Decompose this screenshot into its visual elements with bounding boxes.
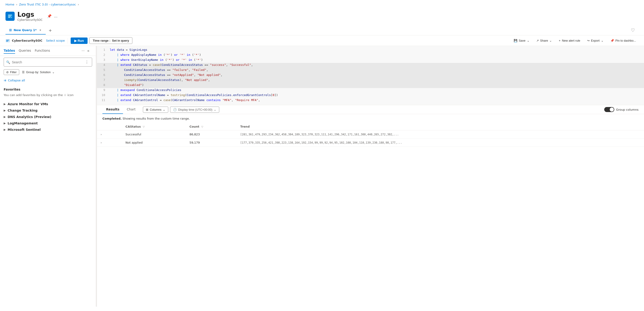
code-line: 7 isempty(ConditionalAccessStatus), "Not…	[97, 78, 644, 83]
results-tab-chart[interactable]: Chart	[123, 105, 139, 114]
export-button[interactable]: ↪ Export ⌄	[584, 37, 606, 44]
breadcrumb-home[interactable]: Home	[6, 3, 14, 6]
line-num: 6	[97, 73, 108, 77]
status-detail: Showing results from the custom time ran…	[122, 117, 190, 120]
cell-count: 59,179	[186, 138, 236, 147]
left-tab-functions[interactable]: Functions	[35, 48, 50, 54]
col-count: Count ▽	[186, 123, 236, 130]
cell-castatus: Successful	[122, 130, 186, 138]
save-button[interactable]: 💾 Save ⌄	[511, 37, 532, 44]
code-line: 4 | extend CAStatus = case(ConditionalAc…	[97, 63, 644, 68]
app-title: Logs	[17, 11, 42, 18]
app-title-group: Logs CyberSecuritySOC	[17, 11, 42, 22]
expand-chevron-icon: ▶	[4, 109, 6, 112]
expand-icon[interactable]: ›	[100, 141, 102, 144]
more-options-button[interactable]: ···	[81, 48, 86, 54]
section-label: Azure Monitor for VMs	[8, 102, 48, 106]
group-columns-label: Group columns	[616, 108, 638, 111]
pin-dashboard-icon: 📌	[610, 39, 614, 42]
main-layout: Tables Queries Functions ··· « 🔍 ⋮ ⊘ Fil…	[0, 46, 644, 307]
results-tab-results[interactable]: Results	[102, 105, 123, 114]
right-panel: 1 let data = SigninLogs 2 | where AppDis…	[97, 46, 644, 307]
columns-icon: ⊞	[146, 108, 148, 111]
section-log-management[interactable]: ▶ LogManagement	[4, 120, 92, 126]
select-scope-button[interactable]: Select scope	[46, 39, 65, 42]
pin-icon[interactable]: 📌	[47, 14, 52, 18]
collapse-icon: ⇉	[4, 79, 6, 82]
line-num: 11	[97, 98, 108, 102]
results-table: CAStatus ▽ Count ▽ Trend	[97, 123, 644, 307]
tab-label: New Query 1*	[14, 28, 37, 32]
section-dns-analytics[interactable]: ▶ DNS Analytics (Preview)	[4, 114, 92, 120]
cell-trend: [281,361,479,293,234,362,458,304,189,323…	[236, 130, 644, 138]
group-by-chevron-icon: ⌄	[52, 70, 55, 74]
app-logo	[6, 12, 15, 21]
run-button[interactable]: ▶ Run	[71, 38, 88, 44]
breadcrumb-sep2: ›	[78, 3, 79, 6]
plus-icon: +	[559, 39, 560, 42]
castatus-filter-icon[interactable]: ▽	[143, 125, 145, 128]
section-microsoft-sentinel[interactable]: ▶ Microsoft Sentinel	[4, 126, 92, 133]
app-header: Logs CyberSecuritySOC 📌 ...	[0, 9, 644, 25]
section-azure-monitor-vms[interactable]: ▶ Azure Monitor for VMs	[4, 101, 92, 107]
time-range-value: Set in query	[112, 39, 129, 42]
share-chevron-icon: ⌄	[549, 39, 552, 42]
time-range-button[interactable]: Time range : Set in query	[90, 37, 132, 44]
code-line: 2 | where AppDisplayName in ('*') or '*'…	[97, 53, 644, 58]
search-options-button[interactable]: ⋮	[84, 59, 90, 65]
left-tab-tables[interactable]: Tables	[4, 48, 15, 54]
favorite-tab-button[interactable]: ♡	[627, 25, 638, 35]
code-line: 1 let data = SigninLogs	[97, 48, 644, 53]
group-columns-toggle[interactable]	[604, 107, 614, 112]
share-button[interactable]: ↗ Share ⌄	[534, 37, 554, 44]
share-icon: ↗	[536, 39, 539, 42]
new-alert-rule-button[interactable]: + New alert rule	[556, 37, 583, 44]
row-expand-button[interactable]: ›	[97, 138, 122, 147]
expand-chevron-icon: ▶	[4, 128, 6, 131]
new-tab-button[interactable]: +	[46, 26, 55, 35]
line-num: 1	[97, 48, 108, 52]
line-content: | extend CAStatus = case(ConditionalAcce…	[108, 63, 644, 67]
breadcrumb: Home › Zero Trust (TIC 3.0) - cybersecur…	[0, 0, 644, 9]
section-label: Microsoft Sentinel	[8, 128, 40, 132]
search-bar: 🔍 ⋮	[4, 58, 92, 66]
line-content: isempty(ConditionalAccessStatus), "Not a…	[108, 78, 644, 82]
filter-button[interactable]: ⊘ Filter	[4, 69, 19, 75]
expand-chevron-icon: ▶	[4, 122, 6, 125]
export-icon: ↪	[587, 39, 590, 42]
more-options-icon[interactable]: ...	[54, 14, 58, 18]
data-table: CAStatus ▽ Count ▽ Trend	[97, 123, 644, 147]
results-tabs: Results Chart ⊞ Columns ⌄ 🕐 Display time…	[97, 105, 644, 114]
collapse-all-button[interactable]: ⇉ Collapse all	[0, 77, 96, 84]
pin-to-dashboard-button[interactable]: 📌 Pin to dashbo...	[608, 37, 638, 44]
col-expand	[97, 123, 122, 130]
toolbar-divider-1	[68, 38, 68, 44]
line-num: 7	[97, 78, 108, 82]
group-by-icon: ☰	[22, 70, 25, 74]
query-editor[interactable]: 1 let data = SigninLogs 2 | where AppDis…	[97, 46, 644, 105]
star-icon: ☆	[64, 93, 68, 97]
section-change-tracking[interactable]: ▶ Change Tracking	[4, 107, 92, 114]
results-area: Results Chart ⊞ Columns ⌄ 🕐 Display time…	[97, 105, 644, 307]
line-num: 5	[97, 68, 108, 72]
group-by-button[interactable]: ☰ Group by: Solution ⌄	[22, 70, 55, 74]
collapse-panel-button[interactable]: «	[86, 48, 90, 54]
row-expand-button[interactable]: ›	[97, 130, 122, 138]
count-filter-icon[interactable]: ▽	[201, 125, 203, 128]
left-tab-queries[interactable]: Queries	[19, 48, 31, 54]
line-content: "Disabled")	[108, 83, 644, 87]
display-time-button[interactable]: 🕐 Display time (UTC+00:00) ⌄	[170, 106, 219, 113]
tab-close-button[interactable]: ×	[38, 28, 42, 32]
search-input[interactable]	[12, 60, 82, 64]
breadcrumb-workspace[interactable]: Zero Trust (TIC 3.0) - cybersecuritysoc	[19, 3, 76, 6]
columns-button[interactable]: ⊞ Columns ⌄	[143, 106, 168, 113]
expand-icon[interactable]: ›	[100, 133, 102, 136]
trend-data: [177,379,335,256,421,398,223,138,164,192…	[240, 141, 402, 144]
line-num: 2	[97, 53, 108, 57]
table-row: › Not applied 59,179 [177,379,335,256,42…	[97, 138, 644, 147]
line-num: 8	[97, 83, 108, 87]
export-chevron-icon: ⌄	[601, 39, 604, 42]
logs-icon	[7, 14, 13, 19]
query-tab-1[interactable]: ⊞ New Query 1* ×	[6, 26, 46, 34]
scope-icon	[6, 38, 10, 43]
